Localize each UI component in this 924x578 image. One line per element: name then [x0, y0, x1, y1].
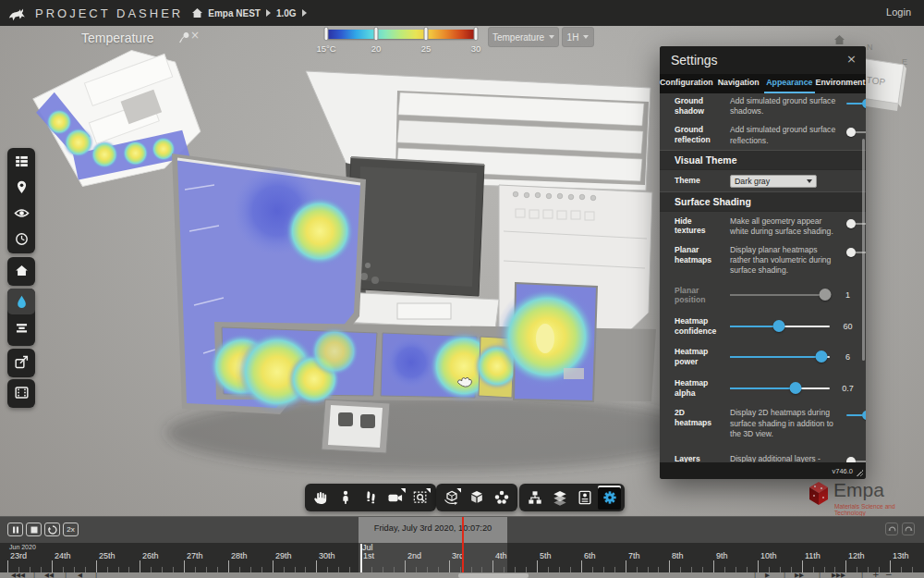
- camera-icon: [386, 488, 405, 507]
- day-tick: [273, 560, 274, 572]
- pause-button[interactable]: [7, 523, 23, 536]
- setting-row-ground-shadow: Ground shadow Add simulated ground surfa…: [660, 93, 866, 120]
- timeline-redo-button[interactable]: [902, 523, 915, 535]
- app-title: PROJECT DASHER: [35, 6, 183, 20]
- resize-handle[interactable]: [857, 470, 863, 476]
- breadcrumb-chevron-icon[interactable]: [302, 9, 307, 17]
- explode-button[interactable]: [491, 486, 514, 510]
- top-bar: PROJECT DASHER Empa NEST 1.0G Login: [0, 0, 924, 26]
- setting-desc: Add simulated ground surface reflections…: [730, 125, 839, 145]
- setting-label: Planar position: [675, 286, 723, 305]
- step-back-button[interactable]: ◀: [78, 572, 82, 578]
- day-tick-label: 26th: [142, 551, 159, 560]
- properties-panel-icon: [576, 488, 594, 507]
- heatmap-confidence-slider[interactable]: [730, 320, 830, 333]
- first-person-button[interactable]: [334, 486, 357, 510]
- breadcrumb-level[interactable]: 1.0G: [276, 8, 297, 18]
- walk-button[interactable]: [359, 486, 382, 510]
- locations-button[interactable]: [7, 174, 35, 200]
- timeline-scroll-thumb[interactable]: [458, 573, 529, 578]
- day-tick: [7, 560, 8, 572]
- settings-scrollbar[interactable]: [862, 139, 865, 361]
- visibility-button[interactable]: [7, 200, 35, 226]
- panels-toolbar-group: [519, 484, 625, 511]
- ground-reflection-toggle[interactable]: [846, 127, 866, 138]
- floor-levels-button[interactable]: [7, 314, 35, 340]
- history-button[interactable]: [7, 226, 35, 252]
- left-toolbar-group-share: [7, 349, 35, 377]
- speed-button[interactable]: 2x: [63, 523, 79, 536]
- breadcrumb-chevron-icon[interactable]: [266, 9, 271, 17]
- left-toolbar-group-dashboards: [7, 148, 35, 253]
- login-button[interactable]: Login: [886, 6, 911, 18]
- sensor-heatmap-button[interactable]: [7, 289, 35, 314]
- tab-environment[interactable]: Environment: [815, 74, 866, 93]
- dasher-logo-icon: [7, 4, 28, 22]
- settings-gear-icon: [601, 488, 619, 507]
- home-icon-mini[interactable]: [834, 35, 845, 44]
- day-tick: [845, 560, 846, 572]
- setting-row-hide-textures: Hide textures Make all geometry appear w…: [660, 212, 866, 240]
- step-fwd-button[interactable]: ▶: [765, 572, 770, 578]
- left-toolbar-group-layers: [7, 289, 35, 346]
- orbit-button[interactable]: [440, 486, 463, 510]
- settings-button[interactable]: [598, 486, 621, 510]
- layers-button[interactable]: [548, 486, 571, 510]
- step-back-fast-button[interactable]: ◀◀◀: [11, 572, 25, 578]
- day-tick-label: 12th: [848, 551, 865, 560]
- empa-name: Empa: [833, 479, 884, 501]
- day-tick-label: 2nd: [407, 551, 421, 560]
- day-tick-label: 10th: [760, 551, 777, 560]
- 2d-heatmaps-toggle[interactable]: [846, 410, 866, 421]
- day-tick: [669, 560, 670, 572]
- properties-button[interactable]: [573, 486, 596, 510]
- left-toolbar-group-sections: [7, 379, 35, 408]
- home-view-button[interactable]: [7, 257, 35, 283]
- model-browser-button[interactable]: [523, 486, 546, 510]
- timeline-zoom-out-button[interactable]: −: [885, 572, 893, 578]
- dashboard-list-button[interactable]: [7, 148, 35, 174]
- heatmap-power-slider[interactable]: [730, 350, 830, 363]
- loop-button[interactable]: [44, 523, 60, 536]
- tab-appearance[interactable]: Appearance: [764, 74, 815, 93]
- setting-label: Ground shadow: [675, 96, 723, 116]
- views-button[interactable]: [465, 486, 488, 510]
- day-tick-label: 13th: [893, 551, 909, 560]
- step-back-med-button[interactable]: ◀◀: [44, 572, 54, 578]
- day-tick: [316, 560, 317, 572]
- day-tick-label: 9th: [716, 551, 728, 560]
- step-fwd-fast-button[interactable]: ▶▶▶: [832, 572, 845, 578]
- step-fwd-med-button[interactable]: ▶▶: [795, 572, 804, 578]
- day-tick-label: 28th: [231, 551, 248, 560]
- ground-shadow-toggle[interactable]: [846, 98, 866, 109]
- theme-select[interactable]: Dark gray: [730, 175, 817, 188]
- camera-button[interactable]: [384, 486, 407, 510]
- day-tick: [140, 560, 140, 572]
- history-clock-icon: [13, 230, 30, 248]
- share-export-button[interactable]: [7, 349, 35, 375]
- current-datetime-label: Friday, July 3rd 2020, 10:07:20: [359, 523, 507, 533]
- stop-button[interactable]: [26, 523, 42, 536]
- planar-position-value: 1: [837, 290, 858, 300]
- zoom-window-icon: [411, 488, 430, 507]
- tab-navigation[interactable]: Navigation: [713, 74, 764, 93]
- timeline-selection-ruler: [359, 543, 507, 572]
- breadcrumb-project[interactable]: Empa NEST: [208, 8, 261, 18]
- heatmap-alpha-slider[interactable]: [730, 382, 830, 395]
- setting-label: Theme: [675, 176, 723, 186]
- zoom-window-button[interactable]: [409, 486, 432, 510]
- empa-cube-icon: [808, 481, 830, 507]
- timeline-undo-button[interactable]: [885, 523, 898, 535]
- tab-configuration[interactable]: Configuration: [660, 74, 713, 93]
- playhead[interactable]: [462, 517, 464, 572]
- pan-hand-button[interactable]: [309, 486, 332, 510]
- planar-position-slider[interactable]: [730, 289, 830, 301]
- film-section-button[interactable]: [7, 379, 35, 405]
- close-icon[interactable]: ×: [846, 52, 857, 66]
- strip-separator: |: [861, 572, 863, 578]
- home-breadcrumb-icon[interactable]: [192, 8, 202, 18]
- layers-overlay-toggle[interactable]: [846, 456, 866, 462]
- strip-separator: |: [819, 572, 821, 578]
- timeline-zoom-in-button[interactable]: +: [872, 572, 880, 578]
- settings-header[interactable]: Settings ×: [660, 46, 866, 74]
